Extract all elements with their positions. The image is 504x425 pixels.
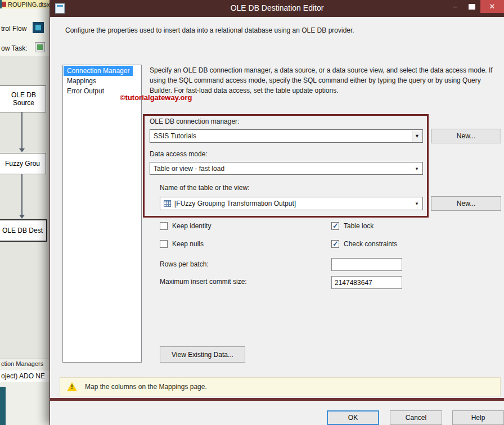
view-existing-data-button[interactable]: View Existing Data... [160,346,245,363]
dialog-nav-list: Connection Manager Mappings Error Output [62,65,142,363]
node-label: OLE DB Source [2,91,46,107]
design-canvas: OLE DB Source Fuzzy Grou OLE DB Dest [0,56,50,359]
footer-separator [50,398,504,401]
table-icon [164,200,171,207]
max-insert-commit-size-input[interactable] [331,276,402,289]
combobox-value: [FUzzy Grouping Transformation Output] [174,200,296,207]
keep-nulls-label[interactable]: Keep nulls [172,240,204,248]
nav-item-mappings[interactable]: Mappings [64,76,100,86]
table-lock-label[interactable]: Table lock [344,222,374,230]
chevron-down-icon[interactable]: ▾ [412,198,422,209]
ole-db-destination-editor-dialog: OLE DB Destination Editor – ✕ Configure … [50,0,504,425]
background-vs-window: ROUPING.dtsx [D trol Flow ow Task: OLE D… [0,0,54,425]
document-tab-label: ROUPING.dtsx [D [8,1,50,8]
connection-manager-combobox[interactable]: SSIS Tutorials ▼ [150,129,423,143]
new-connection-button[interactable]: New... [431,129,501,143]
flow-connector-arrowhead-icon [19,215,25,219]
tab-control-flow[interactable]: trol Flow [1,25,26,33]
task-icon [35,42,45,52]
panel-description: Specify an OLE DB connection manager, a … [150,65,501,96]
flow-node-ole-db-destination[interactable]: OLE DB Dest [0,219,47,242]
window-edge-strip [0,0,2,8]
flow-connector[interactable] [21,112,22,148]
dropdown-glyph: ▼ [415,133,420,139]
help-button[interactable]: Help [452,410,504,425]
window-controls: – ✕ [447,0,504,13]
maximize-box-icon [469,4,475,10]
nav-item-connection-manager[interactable]: Connection Manager [64,66,133,76]
rows-per-batch-input[interactable] [331,258,402,271]
keep-nulls-checkbox[interactable]: ✓ [160,240,168,248]
node-label: Fuzzy Grou [5,160,40,168]
screen: ROUPING.dtsx [D trol Flow ow Task: OLE D… [0,0,504,425]
watermark: ©tutorialgateway.org [120,93,192,102]
check-constraints-checkbox[interactable]: ✓ [331,240,339,248]
table-name-label: Name of the table or the view: [160,184,249,192]
dialog-title: OLE DB Destination Editor [231,3,324,12]
flow-node-fuzzy-grouping[interactable]: Fuzzy Grou [0,153,46,174]
warning-strip: ! Map the columns on the Mappings page. [60,377,501,396]
new-table-button[interactable]: New... [431,196,501,211]
data-access-mode-label: Data access mode: [150,150,208,158]
dropdown-glyph: ▾ [416,166,418,171]
dialog-titlebar[interactable]: OLE DB Destination Editor – ✕ [50,0,504,17]
node-label: OLE DB Dest [2,227,43,234]
table-name-combobox[interactable]: [FUzzy Grouping Transformation Output] ▾ [160,197,423,210]
combobox-value: SSIS Tutorials [154,132,196,140]
table-lock-checkbox[interactable]: ✓ [331,222,339,230]
connection-managers-label: ction Managers [1,360,43,367]
data-access-mode-combobox[interactable]: Table or view - fast load ▾ [150,162,423,175]
chevron-down-icon[interactable]: ▾ [412,163,422,174]
warning-text: Map the columns on the Mappings page. [85,383,207,391]
keep-identity-label[interactable]: Keep identity [172,222,211,230]
maximize-icon[interactable] [464,0,480,13]
check-icon: ✓ [332,221,339,230]
warning-icon: ! [67,382,77,391]
rows-per-batch-label: Rows per batch: [160,260,209,268]
check-icon: ✓ [332,239,339,248]
dtsx-file-icon [2,2,6,7]
window-edge-strip [0,387,6,425]
dropdown-glyph: ▾ [416,201,418,206]
data-flow-task-label: ow Task: [1,44,27,52]
warning-exclamation: ! [71,383,73,390]
cancel-button[interactable]: Cancel [390,410,442,425]
connection-manager-item-label[interactable]: oject) ADO NE [1,372,45,380]
combobox-value: Table or view - fast load [154,165,224,173]
keep-identity-checkbox[interactable]: ✓ [160,222,168,230]
dialog-icon [55,3,65,13]
flow-connector[interactable] [21,174,22,215]
max-insert-commit-size-label: Maximum insert commit size: [160,278,247,286]
flow-connector-arrowhead-icon [19,148,25,152]
check-constraints-label[interactable]: Check constraints [344,240,397,248]
nav-item-error-output[interactable]: Error Output [64,86,107,96]
minimize-icon[interactable]: – [447,0,464,13]
connection-manager-label: OLE DB connection manager: [150,117,239,125]
ok-button[interactable]: OK [327,410,379,425]
dialog-description: Configure the properties used to insert … [65,26,493,34]
document-tab[interactable]: ROUPING.dtsx [D [0,0,50,8]
data-flow-icon [33,22,44,33]
close-icon[interactable]: ✕ [480,0,504,13]
flow-node-ole-db-source[interactable]: OLE DB Source [0,85,46,112]
chevron-down-icon[interactable]: ▼ [412,130,422,142]
connection-managers-tray [0,359,50,425]
